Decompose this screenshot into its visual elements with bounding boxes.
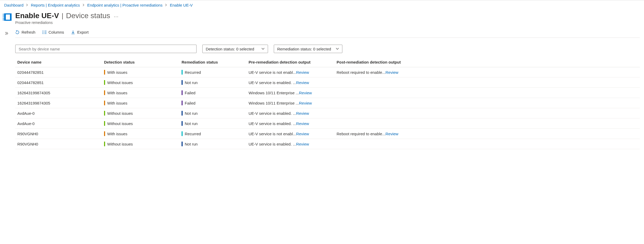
status-bar-icon <box>104 142 105 146</box>
col-post[interactable]: Post-remediation detection output <box>334 57 640 67</box>
pre-output-text: UE-V service is enabled. ... <box>249 80 296 85</box>
cell-pre-output: UE-V service is enabled. ...Review <box>246 108 334 118</box>
cell-pre-output: UE-V service is not enabl...Review <box>246 129 334 139</box>
detection-status-text: With issues <box>107 70 127 75</box>
status-bar-icon <box>104 70 105 75</box>
review-link[interactable]: Review <box>299 101 312 105</box>
chevron-right-icon <box>165 4 167 7</box>
cell-remediation: Recurred <box>179 67 246 77</box>
pre-output-text: UE-V service is enabled. ... <box>249 142 296 146</box>
cell-device: AvdAue-0 <box>15 108 102 118</box>
pre-output-text: UE-V service is enabled. ... <box>249 121 296 126</box>
remediation-status-text: Not run <box>185 121 198 126</box>
cell-remediation: Not run <box>179 139 246 149</box>
review-link[interactable]: Review <box>385 132 398 136</box>
status-bar-icon <box>104 131 105 136</box>
page-title-name: Enable UE-V <box>15 12 59 20</box>
pre-output-text: UE-V service is not enabl... <box>249 132 296 136</box>
status-bar-icon <box>104 101 105 105</box>
table-row[interactable]: R90VGNH0Without issuesNot runUE-V servic… <box>15 139 640 149</box>
detection-filter-label: Detection status: 0 selected <box>206 47 254 51</box>
search-input[interactable] <box>18 46 194 51</box>
table-row[interactable]: AvdAue-0Without issuesNot runUE-V servic… <box>15 108 640 118</box>
remediation-status-text: Not run <box>185 111 198 116</box>
pre-output-text: Windows 10/11 Enterprise ... <box>249 101 299 105</box>
script-package-icon <box>4 13 12 21</box>
review-link[interactable]: Review <box>296 142 309 146</box>
table-row[interactable]: AvdAue-0Without issuesNot runUE-V servic… <box>15 118 640 129</box>
review-link[interactable]: Review <box>299 91 312 95</box>
review-link[interactable]: Review <box>296 121 309 126</box>
cell-device: R90VGNH0 <box>15 139 102 149</box>
columns-icon <box>42 30 47 34</box>
cell-device: AvdAue-0 <box>15 118 102 129</box>
col-pre[interactable]: Pre-remediation detection output <box>246 57 334 67</box>
status-bar-icon <box>182 131 183 136</box>
cell-device: 162643199874305 <box>15 88 102 98</box>
cell-post-output <box>334 88 640 98</box>
cell-pre-output: UE-V service is enabled. ...Review <box>246 77 334 88</box>
col-detection[interactable]: Detection status <box>102 57 179 67</box>
table-row[interactable]: R90VGNH0With issuesRecurredUE-V service … <box>15 129 640 139</box>
chevron-down-icon <box>336 47 339 51</box>
detection-status-text: Without issues <box>107 121 133 126</box>
page-title-section: Device status <box>66 12 110 20</box>
export-button[interactable]: Export <box>71 30 89 34</box>
cell-remediation: Failed <box>179 88 246 98</box>
detection-status-text: With issues <box>107 132 127 136</box>
cell-detection: Without issues <box>102 118 179 129</box>
command-bar: Refresh Columns Export <box>15 30 640 38</box>
title-separator: | <box>61 12 63 20</box>
cell-pre-output: UE-V service is not enabl...Review <box>246 67 334 77</box>
more-actions-button[interactable]: ··· <box>113 14 119 19</box>
post-output-text: Reboot required to enable... <box>337 70 385 75</box>
table-row[interactable]: 162643199874305With issuesFailedWindows … <box>15 88 640 98</box>
detection-status-filter[interactable]: Detection status: 0 selected <box>202 45 268 53</box>
remediation-status-text: Recurred <box>185 132 201 136</box>
cell-remediation: Not run <box>179 108 246 118</box>
chevron-right-icon <box>83 4 85 7</box>
pre-output-text: UE-V service is enabled. ... <box>249 111 296 116</box>
review-link[interactable]: Review <box>385 70 398 75</box>
cell-remediation: Recurred <box>179 129 246 139</box>
col-device[interactable]: Device name <box>15 57 102 67</box>
remediation-status-text: Failed <box>185 91 195 95</box>
col-remediation[interactable]: Remediation status <box>179 57 246 67</box>
status-bar-icon <box>104 90 105 95</box>
expand-sidebar-button[interactable] <box>4 30 9 36</box>
status-bar-icon <box>182 70 183 75</box>
cell-post-output <box>334 77 640 88</box>
review-link[interactable]: Review <box>296 132 309 136</box>
breadcrumb-current[interactable]: Enable UE-V <box>170 3 193 7</box>
breadcrumb-proactive[interactable]: Endpoint analytics | Proactive remediati… <box>87 3 163 7</box>
refresh-button[interactable]: Refresh <box>15 30 35 34</box>
breadcrumb-dashboard[interactable]: Dashboard <box>4 3 23 7</box>
pre-output-text: Windows 10/11 Enterprise ... <box>249 91 299 95</box>
refresh-label: Refresh <box>22 30 35 34</box>
table-row[interactable]: 162643199874305With issuesFailedWindows … <box>15 98 640 108</box>
review-link[interactable]: Review <box>296 111 309 116</box>
breadcrumb-reports[interactable]: Reports | Endpoint analytics <box>31 3 80 7</box>
search-box[interactable] <box>15 45 197 53</box>
review-link[interactable]: Review <box>296 70 309 75</box>
table-row[interactable]: 020444782851With issuesRecurredUE-V serv… <box>15 67 640 77</box>
remediation-status-text: Recurred <box>185 70 201 75</box>
detection-status-text: With issues <box>107 101 127 105</box>
review-link[interactable]: Review <box>296 80 309 85</box>
cell-detection: Without issues <box>102 139 179 149</box>
cell-detection: With issues <box>102 88 179 98</box>
columns-button[interactable]: Columns <box>42 30 64 34</box>
cell-detection: Without issues <box>102 108 179 118</box>
status-bar-icon <box>182 121 183 126</box>
download-icon <box>71 30 75 34</box>
remediation-status-filter[interactable]: Remediation status: 0 selected <box>274 45 342 53</box>
cell-post-output <box>334 139 640 149</box>
remediation-status-text: Not run <box>185 142 198 146</box>
refresh-icon <box>15 30 19 34</box>
cell-pre-output: Windows 10/11 Enterprise ...Review <box>246 88 334 98</box>
cell-detection: Without issues <box>102 77 179 88</box>
table-row[interactable]: 020444782851Without issuesNot runUE-V se… <box>15 77 640 88</box>
chevron-down-icon <box>261 47 265 51</box>
detection-status-text: Without issues <box>107 111 133 116</box>
cell-pre-output: Windows 10/11 Enterprise ...Review <box>246 98 334 108</box>
